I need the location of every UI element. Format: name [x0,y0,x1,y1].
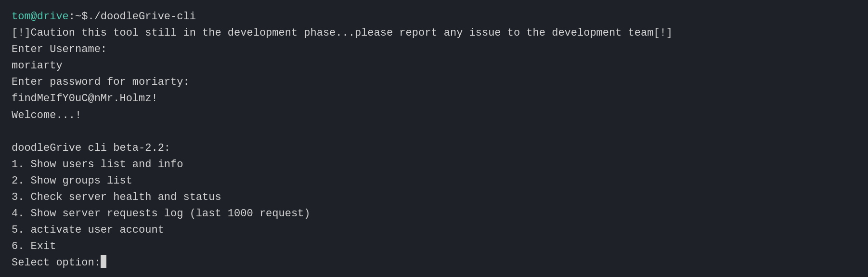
menu-item-1: 1. Show users list and info [12,157,856,173]
menu-item-2: 2. Show groups list [12,173,856,189]
command-text: ./doodleGrive-cli [88,9,195,25]
enter-username-label: Enter Username: [12,41,856,58]
welcome-message: Welcome...! [12,107,856,124]
empty-line-1 [12,124,856,140]
menu-item-6: 6. Exit [12,238,856,255]
menu-item-3: 3. Check server health and status [12,189,856,206]
prompt-line: tom@drive:~$ ./doodleGrive-cli [12,9,856,25]
menu-item-5: 5. activate user account [12,222,856,238]
terminal-window: tom@drive:~$ ./doodleGrive-cli [!]Cautio… [12,9,856,272]
warning-line: [!]Caution this tool still in the develo… [12,25,856,41]
password-value: findMeIfY0uC@nMr.Holmz! [12,91,856,107]
prompt-separator: :~$ [69,9,88,25]
user-host: tom@drive [12,9,69,25]
menu-item-4: 4. Show server requests log (last 1000 r… [12,206,856,222]
select-option-line: Select option: [12,255,856,271]
cursor [101,255,106,267]
enter-password-label: Enter password for moriarty: [12,74,856,91]
username-value: moriarty [12,58,856,74]
select-option-label: Select option: [12,255,101,271]
cli-version-label: doodleGrive cli beta-2.2: [12,140,856,157]
